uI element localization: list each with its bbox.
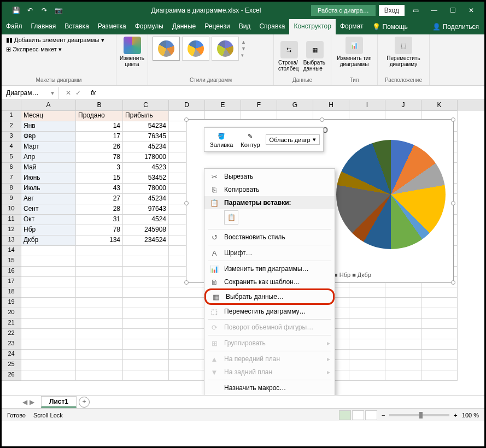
outline-button[interactable]: ✎Контур (238, 130, 262, 149)
select-all-corner[interactable] (2, 100, 21, 111)
cell[interactable]: 4523 (123, 163, 169, 173)
cell[interactable]: Месяц (21, 111, 76, 121)
row-header[interactable]: 20 (2, 308, 21, 319)
cell[interactable]: Окт (21, 215, 76, 225)
cell[interactable] (76, 319, 123, 329)
cell[interactable]: 178000 (123, 152, 169, 163)
switch-row-column-button[interactable]: ⇆Строка/столбец (278, 41, 300, 72)
tell-me[interactable]: 💡Помощь (368, 19, 412, 34)
column-header[interactable]: D (169, 100, 205, 111)
minimize-icon[interactable]: — (426, 7, 442, 14)
row-header[interactable]: 25 (2, 360, 21, 370)
row-header[interactable]: 8 (2, 184, 21, 194)
cell[interactable] (76, 360, 123, 370)
cell[interactable] (349, 287, 385, 298)
cell[interactable] (123, 360, 169, 370)
save-icon[interactable]: 💾 (11, 6, 20, 15)
sheet-tab-1[interactable]: Лист1 (41, 396, 77, 408)
cell[interactable] (76, 256, 123, 267)
cell[interactable] (169, 339, 205, 350)
row-header[interactable]: 13 (2, 235, 21, 246)
name-box[interactable]: Диаграм…▾ (2, 87, 59, 99)
style-2[interactable] (182, 37, 209, 61)
row-header[interactable]: 7 (2, 173, 21, 184)
view-pagebreak-button[interactable] (365, 410, 377, 420)
ctx-reset-style[interactable]: ↺Восстановить стиль (204, 231, 335, 244)
tab-file[interactable]: Файл (2, 19, 27, 34)
tab-home[interactable]: Главная (27, 19, 61, 34)
tab-data[interactable]: Данные (168, 19, 200, 34)
cell[interactable] (421, 360, 458, 370)
cell[interactable]: 245908 (123, 225, 169, 235)
cell[interactable] (123, 319, 169, 329)
cell[interactable] (21, 339, 76, 350)
formula-input[interactable] (99, 86, 484, 99)
maximize-icon[interactable]: ☐ (445, 7, 460, 14)
ctx-move-chart[interactable]: ⬚Переместить диаграмму… (204, 305, 335, 318)
tab-view[interactable]: Вид (235, 19, 255, 34)
cell[interactable] (385, 329, 421, 339)
row-header[interactable]: 21 (2, 319, 21, 329)
cell[interactable]: 78000 (123, 184, 169, 194)
cell[interactable]: 234524 (123, 235, 169, 246)
cell[interactable]: 76345 (123, 132, 169, 142)
cell[interactable] (123, 308, 169, 319)
tab-formulas[interactable]: Формулы (131, 19, 168, 34)
ctx-font[interactable]: AШрифт… (204, 246, 335, 260)
sheet-prev-icon[interactable]: ◀ (22, 398, 27, 406)
cell[interactable] (349, 360, 385, 370)
ctx-change-type[interactable]: 📊Изменить тип диаграммы… (204, 262, 335, 275)
row-header[interactable]: 15 (2, 256, 21, 267)
cell[interactable]: Продано (76, 111, 123, 121)
fx-icon[interactable]: fx (87, 89, 99, 97)
cell[interactable] (169, 350, 205, 360)
cell[interactable] (76, 287, 123, 298)
row-header[interactable]: 9 (2, 194, 21, 204)
cell[interactable] (123, 246, 169, 256)
cell[interactable] (21, 329, 76, 339)
cell[interactable]: 31 (76, 215, 123, 225)
cell[interactable] (76, 339, 123, 350)
cell[interactable]: 53452 (123, 173, 169, 184)
column-header[interactable]: I (349, 100, 385, 111)
quick-layout-button[interactable]: ⊞ Экспресс-макет ▾ (6, 46, 112, 53)
cell[interactable] (385, 350, 421, 360)
cell[interactable] (421, 339, 458, 350)
cell[interactable] (123, 267, 169, 277)
cell[interactable]: 43 (76, 184, 123, 194)
row-header[interactable]: 1 (2, 111, 21, 121)
share-button[interactable]: 👤Поделиться (427, 19, 484, 34)
cell[interactable]: 97643 (123, 204, 169, 215)
cell[interactable] (421, 329, 458, 339)
cell[interactable]: 26 (76, 142, 123, 152)
row-header[interactable]: 18 (2, 287, 21, 298)
cancel-icon[interactable]: ✕ (66, 89, 71, 97)
select-data-button[interactable]: ▦Выбрать данные (303, 41, 326, 72)
cell[interactable] (76, 370, 123, 381)
cell[interactable] (123, 256, 169, 267)
cell[interactable] (385, 298, 421, 308)
cell[interactable]: 54234 (123, 121, 169, 132)
ribbon-options-icon[interactable]: ▭ (408, 7, 423, 14)
enter-icon[interactable]: ✓ (75, 89, 81, 97)
zoom-out-button[interactable]: − (382, 412, 385, 418)
cell[interactable] (123, 370, 169, 381)
tab-insert[interactable]: Вставка (60, 19, 93, 34)
cell[interactable]: 14 (76, 121, 123, 132)
cell[interactable] (169, 370, 205, 381)
cell[interactable]: 4524 (123, 215, 169, 225)
redo-icon[interactable]: ↷ (40, 6, 49, 15)
row-header[interactable]: 17 (2, 277, 21, 287)
cell[interactable]: Прибыль (123, 111, 169, 121)
cell[interactable] (385, 370, 421, 381)
tab-format[interactable]: Формат (336, 19, 368, 34)
cell[interactable] (21, 287, 76, 298)
cell[interactable]: 45234 (123, 142, 169, 152)
cell[interactable] (21, 246, 76, 256)
cell[interactable] (21, 350, 76, 360)
cell[interactable]: Сент (21, 204, 76, 215)
column-header[interactable]: E (205, 100, 241, 111)
cell[interactable] (385, 319, 421, 329)
cell[interactable] (123, 329, 169, 339)
cell[interactable] (349, 298, 385, 308)
